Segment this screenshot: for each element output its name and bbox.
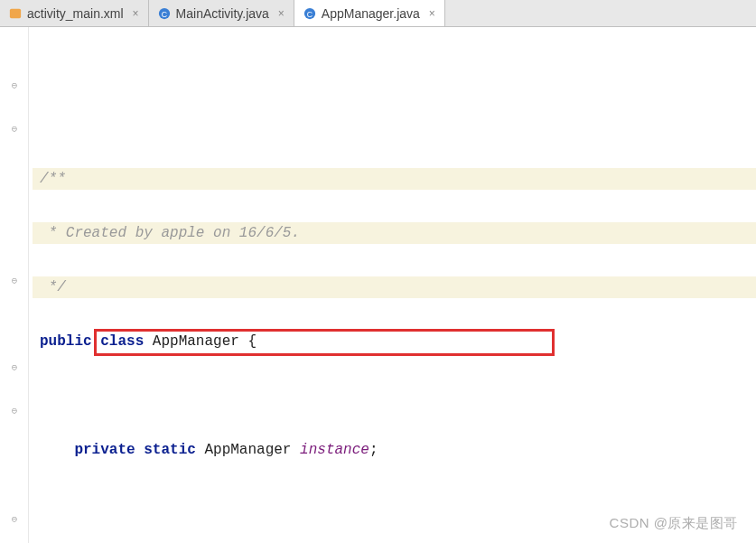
fold-icon[interactable] [7,78,22,92]
keyword: static [144,442,196,458]
close-icon[interactable]: × [429,7,435,20]
gutter [0,27,29,543]
svg-text:C: C [161,9,166,18]
tab-main-activity[interactable]: C MainActivity.java × [149,0,294,26]
fold-icon[interactable] [7,273,22,287]
watermark: CSDN @原来是图哥 [610,515,738,532]
code-area[interactable]: /** * Created by apple on 16/6/5. */ pub… [29,27,756,543]
tab-app-manager[interactable]: C AppManager.java × [294,0,445,26]
tab-label: MainActivity.java [176,6,269,21]
doc-comment: * Created by apple on 16/6/5. [40,225,300,241]
fold-icon[interactable] [7,403,22,417]
doc-comment: /** [40,171,66,187]
doc-comment: */ [40,279,66,295]
xml-file-icon [9,7,22,20]
tab-label: AppManager.java [322,6,420,21]
class-name: AppManager [153,333,239,350]
tab-label: activity_main.xml [27,6,124,21]
fold-icon[interactable] [7,360,22,374]
close-icon[interactable]: × [278,7,285,20]
close-icon[interactable]: × [133,7,139,20]
code-editor[interactable]: /** * Created by apple on 16/6/5. */ pub… [0,27,756,543]
svg-rect-0 [10,8,21,18]
tab-activity-main[interactable]: activity_main.xml × [0,0,149,26]
java-class-icon: C [303,7,316,20]
keyword: class [100,333,144,350]
tab-bar: activity_main.xml × C MainActivity.java … [0,0,756,27]
svg-text:C: C [307,9,313,18]
fold-icon[interactable] [7,511,22,526]
field: instance [300,442,369,458]
keyword: private [74,442,135,458]
keyword: public [40,333,92,350]
fold-icon[interactable] [7,121,22,136]
java-class-icon: C [158,7,171,20]
